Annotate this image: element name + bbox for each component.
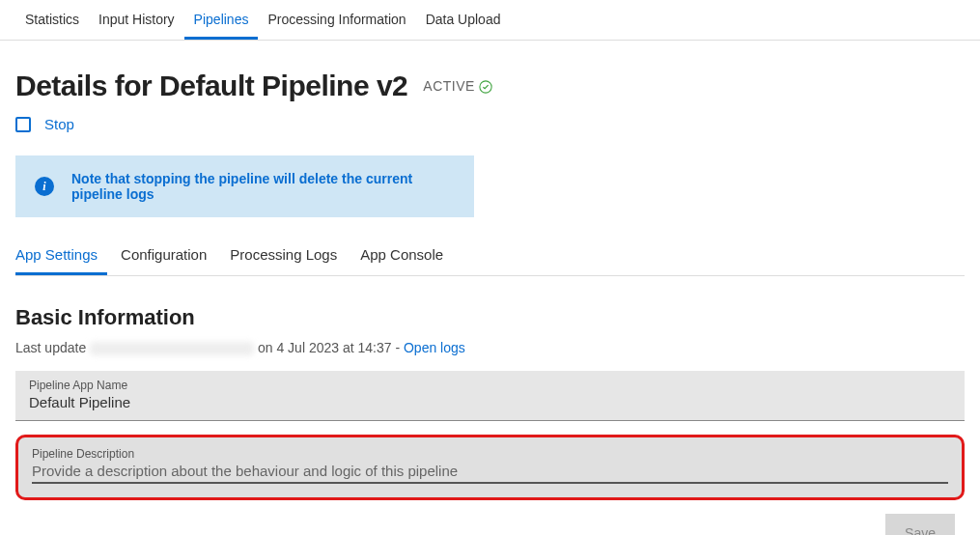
checkmark-circle-icon	[479, 80, 492, 94]
meta-date: on 4 Jul 2023 at 14:37 -	[258, 340, 404, 355]
pipeline-description-field[interactable]: Pipeline Description Provide a descripti…	[15, 435, 965, 500]
section-heading: Basic Information	[15, 305, 965, 330]
status-badge: ACTIVE	[423, 78, 491, 94]
info-note-text: Note that stopping the pipeline will del…	[71, 171, 455, 202]
meta-prefix: Last update	[15, 340, 86, 355]
stop-action[interactable]: Stop	[15, 116, 965, 132]
tab-input-history[interactable]: Input History	[89, 8, 184, 40]
field-value: Default Pipeline	[29, 394, 951, 410]
subtab-processing-logs[interactable]: Processing Logs	[230, 242, 347, 275]
subtab-configuration[interactable]: Configuration	[121, 242, 216, 275]
title-row: Details for Default Pipeline v2 ACTIVE	[15, 70, 965, 102]
tab-processing-information[interactable]: Processing Information	[258, 8, 415, 40]
last-update-meta: Last update on 4 Jul 2023 at 14:37 - Ope…	[15, 340, 965, 355]
field-label: Pipeline App Name	[29, 379, 951, 392]
info-icon: i	[35, 177, 54, 196]
info-note: i Note that stopping the pipeline will d…	[15, 155, 474, 217]
open-logs-link[interactable]: Open logs	[404, 340, 465, 355]
tab-statistics[interactable]: Statistics	[15, 8, 89, 40]
save-button[interactable]: Save	[885, 514, 955, 535]
tab-data-upload[interactable]: Data Upload	[416, 8, 511, 40]
top-tabs: Statistics Input History Pipelines Proce…	[0, 0, 980, 41]
pipeline-app-name-field[interactable]: Pipeline App Name Default Pipeline	[15, 371, 965, 421]
field-placeholder: Provide a description about the behaviou…	[32, 463, 948, 479]
save-row: Save	[15, 514, 965, 535]
status-text: ACTIVE	[423, 78, 475, 94]
meta-redacted-user	[90, 342, 254, 355]
page-title: Details for Default Pipeline v2	[15, 70, 407, 102]
subtab-app-settings[interactable]: App Settings	[15, 242, 107, 275]
field-label: Pipeline Description	[32, 447, 948, 461]
stop-label: Stop	[44, 116, 74, 132]
main-content: Details for Default Pipeline v2 ACTIVE S…	[0, 41, 980, 535]
subtab-app-console[interactable]: App Console	[360, 242, 453, 275]
sub-tabs: App Settings Configuration Processing Lo…	[15, 242, 965, 276]
tab-pipelines[interactable]: Pipelines	[184, 8, 259, 40]
stop-icon	[15, 117, 31, 132]
